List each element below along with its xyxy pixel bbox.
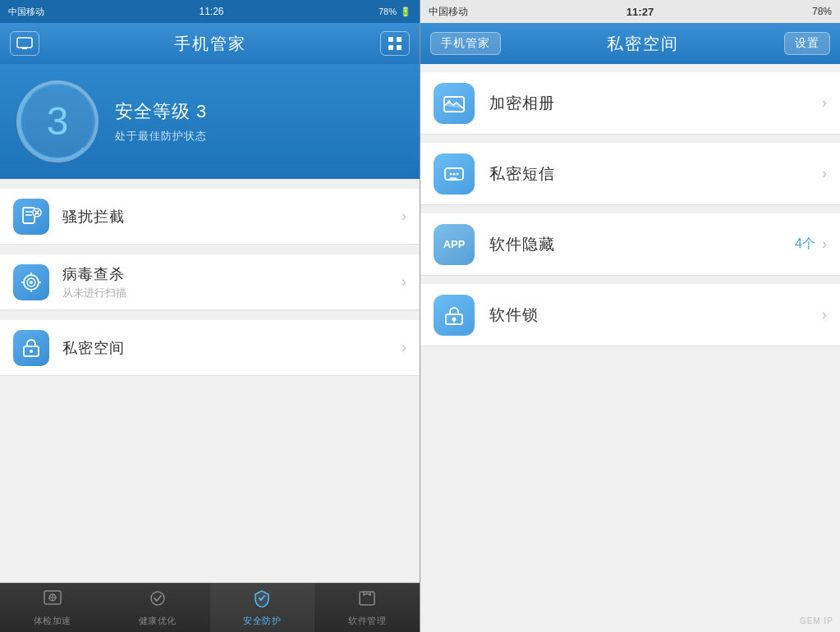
- left-menu-list: 骚扰拦截 › 病毒查杀 从未进行扫描 ›: [0, 179, 420, 583]
- right-menu-app-lock[interactable]: 软件锁 ›: [420, 284, 840, 346]
- health-check-icon: [43, 589, 62, 612]
- virus-subtitle: 从未进行扫描: [62, 286, 402, 300]
- app-lock-chevron: ›: [822, 306, 827, 323]
- left-nav-grid-icon[interactable]: [380, 31, 410, 56]
- private-sms-title: 私密短信: [489, 163, 822, 185]
- left-battery: 78% 🔋: [379, 7, 411, 17]
- right-menu-encrypted-album[interactable]: 加密相册 ›: [420, 72, 840, 135]
- harassment-icon: [13, 199, 49, 235]
- private-chevron: ›: [402, 339, 406, 356]
- private-sms-chevron: ›: [822, 165, 827, 182]
- svg-point-29: [448, 100, 451, 103]
- svg-point-32: [453, 172, 456, 175]
- svg-rect-1: [22, 48, 27, 49]
- svg-point-33: [457, 172, 459, 175]
- svg-rect-3: [397, 37, 402, 42]
- right-menu-app-hide[interactable]: APP 软件隐藏 4个 ›: [420, 213, 840, 276]
- menu-spacer-1: [0, 245, 420, 254]
- harassment-chevron: ›: [402, 208, 406, 225]
- right-nav-settings[interactable]: 设置: [784, 32, 830, 55]
- left-time: 11:26: [199, 6, 223, 17]
- app-hide-icon: APP: [434, 224, 475, 265]
- security-level-number: 3: [47, 102, 69, 141]
- tab-health-check-label: 体检加速: [34, 615, 71, 627]
- app-hide-icon-text: APP: [443, 238, 466, 250]
- private-title: 私密空间: [62, 338, 402, 358]
- right-nav-bar: 手机管家 私密空间 设置: [420, 23, 840, 64]
- private-sms-icon: [434, 153, 475, 195]
- tab-optimize[interactable]: 健康优化: [105, 584, 210, 632]
- private-icon: [13, 330, 49, 366]
- app-lock-icon: [434, 295, 475, 336]
- virus-title: 病毒查杀: [62, 264, 402, 284]
- right-content: 加密相册 › 私密短信 › APP 软件隐藏: [420, 64, 840, 632]
- tab-optimize-label: 健康优化: [139, 615, 177, 627]
- security-text-block: 安全等级 3 处于最佳防护状态: [115, 99, 207, 144]
- left-status-bar: 中国移动 11:26 78% 🔋: [0, 0, 420, 23]
- menu-item-harassment[interactable]: 骚扰拦截 ›: [0, 189, 420, 245]
- security-status-text: 处于最佳防护状态: [115, 129, 207, 144]
- tab-security[interactable]: 安全防护: [210, 584, 315, 632]
- svg-point-35: [452, 317, 457, 321]
- right-phone-screen: 中国移动 11:27 78% 手机管家 私密空间 设置 加密相册 ›: [420, 0, 840, 632]
- svg-point-20: [30, 350, 33, 353]
- left-bottom-spacer: [0, 376, 420, 583]
- tab-software[interactable]: 软件管理: [314, 584, 420, 632]
- svg-point-25: [151, 592, 164, 605]
- left-nav-device-icon[interactable]: [10, 31, 39, 56]
- right-status-bar: 中国移动 11:27 78%: [420, 0, 840, 23]
- software-icon: [357, 589, 377, 612]
- right-nav-back[interactable]: 手机管家: [430, 32, 501, 55]
- menu-spacer-2: [0, 310, 420, 320]
- tab-health-check[interactable]: 体检加速: [0, 584, 105, 632]
- encrypted-album-title: 加密相册: [489, 93, 822, 114]
- security-circle: 3: [16, 80, 99, 163]
- left-tab-bar: 体检加速 健康优化 安全防护: [0, 583, 420, 632]
- app-lock-title: 软件锁: [489, 305, 822, 326]
- right-spacer-1: [420, 135, 840, 143]
- harassment-content: 骚扰拦截: [62, 207, 402, 227]
- right-menu-private-sms[interactable]: 私密短信 ›: [420, 143, 840, 205]
- security-level-label: 安全等级 3: [115, 99, 207, 124]
- app-hide-chevron: ›: [822, 236, 827, 253]
- right-time: 11:27: [627, 6, 654, 18]
- right-spacer-3: [420, 276, 840, 284]
- private-content: 私密空间: [62, 338, 402, 358]
- svg-rect-4: [388, 45, 393, 50]
- app-hide-badge: 4个: [795, 236, 815, 253]
- tab-software-label: 软件管理: [348, 615, 386, 627]
- left-phone-screen: 中国移动 11:26 78% 🔋 手机管家 3: [0, 0, 420, 632]
- security-icon: [252, 589, 272, 612]
- right-spacer-top: [420, 64, 840, 72]
- app-hide-title: 软件隐藏: [489, 234, 795, 255]
- svg-rect-5: [397, 45, 402, 50]
- menu-spacer-top: [0, 179, 420, 189]
- left-carrier: 中国移动: [8, 6, 44, 18]
- svg-point-31: [450, 172, 452, 175]
- menu-item-private[interactable]: 私密空间 ›: [0, 320, 420, 376]
- virus-icon: [13, 264, 49, 300]
- harassment-title: 骚扰拦截: [62, 207, 402, 227]
- left-nav-title: 手机管家: [174, 33, 246, 55]
- encrypted-album-icon: [434, 83, 475, 124]
- svg-point-14: [30, 281, 33, 284]
- watermark-area: GEM IP: [420, 346, 840, 632]
- right-spacer-2: [420, 205, 840, 213]
- tab-security-label: 安全防护: [243, 615, 281, 627]
- virus-chevron: ›: [402, 273, 406, 291]
- watermark-text: GEM IP: [800, 616, 833, 625]
- svg-rect-0: [17, 38, 32, 48]
- menu-item-virus[interactable]: 病毒查杀 从未进行扫描 ›: [0, 254, 420, 310]
- security-panel: 3 安全等级 3 处于最佳防护状态: [0, 64, 420, 179]
- virus-content: 病毒查杀 从未进行扫描: [62, 264, 402, 300]
- encrypted-album-chevron: ›: [822, 94, 827, 112]
- optimize-icon: [148, 589, 168, 612]
- svg-rect-2: [388, 37, 393, 42]
- right-battery: 78%: [812, 6, 832, 17]
- right-nav-title: 私密空间: [607, 33, 679, 55]
- right-carrier: 中国移动: [429, 5, 468, 19]
- left-nav-bar: 手机管家: [0, 23, 420, 64]
